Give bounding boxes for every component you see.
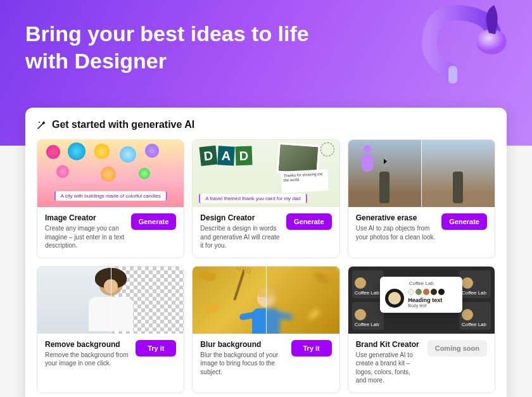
brush-3d-art	[412, 1, 519, 96]
card-generative-erase[interactable]: Generative erase Use AI to zap objects f…	[348, 139, 495, 258]
generate-button[interactable]: Generate	[441, 213, 487, 230]
card-title: Brand Kit Creator	[356, 340, 422, 349]
card-desc: Describe a design in words and generativ…	[200, 224, 281, 250]
card-image-creator[interactable]: A city with buildings made of colorful c…	[37, 139, 184, 258]
thumb-image-creator: A city with buildings made of colorful c…	[37, 140, 184, 207]
section-heading: Get started with generative AI	[52, 119, 194, 130]
brand-kit-popup: Coffee Lab Heading text	[380, 277, 462, 313]
generate-button[interactable]: Generate	[286, 213, 332, 230]
card-brand-kit-creator[interactable]: Coffee Lab Coffee Lab Coffee Lab Coffee …	[348, 266, 495, 393]
try-it-button[interactable]: Try it	[136, 340, 176, 356]
card-desc: Create any image you can imagine – just …	[45, 224, 126, 250]
thumb-design-creator: DAD Thanks for showing me the world. A t…	[193, 140, 339, 207]
svg-point-2	[39, 122, 40, 123]
card-desc: Use AI to zap objects from your photos f…	[356, 224, 437, 241]
cursor-icon	[384, 159, 387, 164]
brand-name: Coffee Lab	[385, 280, 457, 286]
card-title: Generative erase	[356, 213, 437, 222]
magic-wand-icon	[37, 120, 47, 130]
prompt-example: A travel themed thank you card for my da…	[199, 194, 307, 203]
card-title: Remove background	[45, 340, 130, 349]
try-it-button[interactable]: Try it	[291, 340, 332, 356]
card-title: Blur background	[200, 340, 286, 349]
brand-heading-sample: Heading text	[408, 297, 445, 303]
card-desc: Remove the background from your image in…	[45, 351, 130, 368]
card-desc: Blur the background of your image to bri…	[200, 351, 286, 377]
thumb-remove-background	[37, 267, 184, 334]
prompt-example: A city with buildings made of colorful c…	[54, 191, 167, 201]
thumb-blur-background	[193, 267, 339, 334]
thumb-brand-kit: Coffee Lab Coffee Lab Coffee Lab Coffee …	[348, 267, 495, 334]
section-header: Get started with generative AI	[37, 119, 495, 130]
card-grid: A city with buildings made of colorful c…	[37, 139, 495, 393]
coming-soon-button: Coming soon	[428, 340, 487, 356]
card-desc: Use generative AI to create a brand kit …	[356, 351, 422, 385]
thumb-generative-erase	[348, 140, 495, 207]
collage-note: Thanks for showing me the world.	[281, 169, 329, 193]
card-title: Image Creator	[45, 213, 126, 222]
card-blur-background[interactable]: Blur background Blur the background of y…	[192, 266, 339, 393]
hero-title: Bring your best ideas to life with Desig…	[25, 20, 342, 74]
svg-rect-1	[448, 66, 457, 84]
card-design-creator[interactable]: DAD Thanks for showing me the world. A t…	[192, 139, 339, 258]
brand-logo-icon	[385, 289, 404, 308]
card-remove-background[interactable]: Remove background Remove the background …	[37, 266, 184, 393]
brand-body-sample: Body text	[408, 303, 445, 308]
card-title: Design Creator	[200, 213, 281, 222]
generate-button[interactable]: Generate	[131, 213, 177, 230]
ai-tools-panel: Get started with generative AI A city wi…	[25, 108, 507, 397]
brand-swatches	[408, 289, 445, 295]
collage-letters: DAD	[200, 146, 252, 165]
